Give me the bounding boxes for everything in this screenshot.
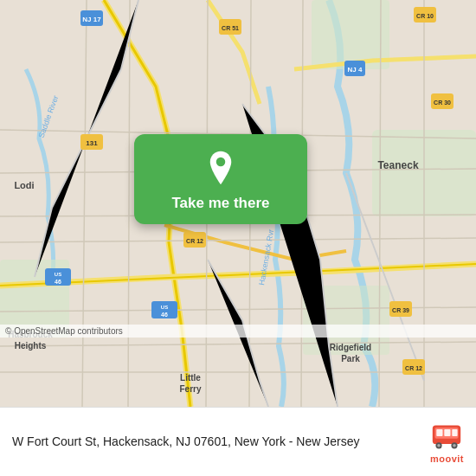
map-attribution: © OpenStreetMap contributors <box>0 325 476 338</box>
svg-text:CR 10: CR 10 <box>416 13 434 19</box>
svg-text:Ridgefield: Ridgefield <box>330 343 371 352</box>
svg-text:Park: Park <box>341 354 360 363</box>
svg-text:CR 30: CR 30 <box>434 100 451 106</box>
address-text: W Fort Court St, Hackensack, NJ 07601, N… <box>12 434 420 451</box>
svg-text:Little: Little <box>180 373 201 383</box>
svg-text:46: 46 <box>55 279 61 285</box>
bottom-bar: W Fort Court St, Hackensack, NJ 07601, N… <box>0 407 476 476</box>
svg-text:CR 51: CR 51 <box>222 25 239 31</box>
svg-point-55 <box>216 158 226 167</box>
svg-text:US: US <box>55 272 61 277</box>
svg-text:CR 12: CR 12 <box>186 238 203 244</box>
svg-text:Ferry: Ferry <box>179 384 201 394</box>
take-me-label: Take me there <box>171 195 269 212</box>
map-container: NJ 17 NJ 17 CR 51 CR 10 NJ 4 CR 30 131 U… <box>0 0 476 407</box>
svg-text:NJ 17: NJ 17 <box>82 16 101 23</box>
map-pin-icon <box>203 150 239 186</box>
svg-text:US: US <box>161 305 168 310</box>
svg-text:CR 12: CR 12 <box>405 365 422 371</box>
svg-text:46: 46 <box>161 312 168 318</box>
svg-text:NJ 4: NJ 4 <box>348 66 363 74</box>
svg-text:Heights: Heights <box>15 341 47 351</box>
svg-text:Lodi: Lodi <box>14 180 34 190</box>
svg-rect-58 <box>437 428 443 435</box>
svg-rect-59 <box>445 428 451 435</box>
svg-text:131: 131 <box>86 139 98 147</box>
moovit-logo: moovit <box>430 421 464 464</box>
svg-rect-60 <box>453 428 458 435</box>
svg-point-64 <box>453 444 457 447</box>
moovit-text: moovit <box>430 453 464 464</box>
take-me-card[interactable]: Take me there <box>134 134 307 224</box>
svg-text:Teaneck: Teaneck <box>377 159 418 171</box>
svg-text:CR 39: CR 39 <box>392 307 409 313</box>
svg-point-62 <box>438 444 441 447</box>
moovit-bus-icon <box>431 421 462 452</box>
